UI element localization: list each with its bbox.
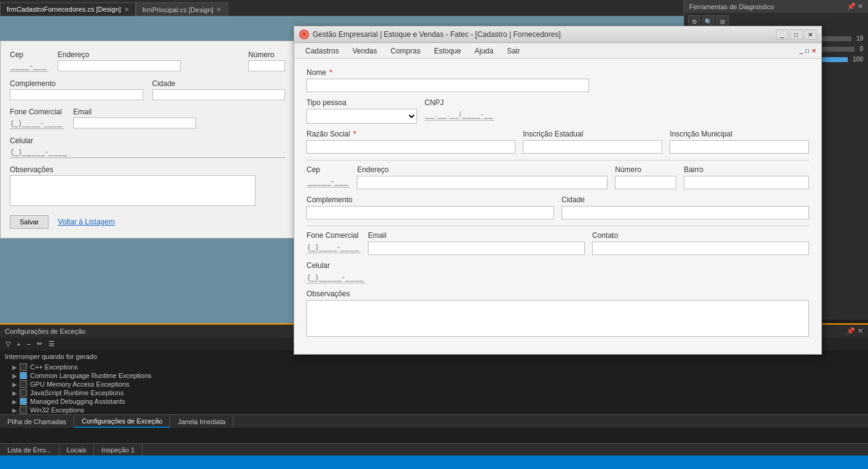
bg-obs-textarea[interactable] xyxy=(10,175,256,206)
exception-label-clr: Common Language Runtime Exceptions xyxy=(30,372,152,379)
inscricao-estadual-input[interactable] xyxy=(523,140,662,154)
metric-value-3: 100 xyxy=(853,56,863,63)
divider-1 xyxy=(307,160,809,160)
fone-label: Fone Comercial xyxy=(307,231,361,240)
tab-principal-label: frmPrincipal.cs [Design] xyxy=(143,6,214,14)
field-cep: Cep _____-___ xyxy=(307,165,350,189)
restore-button[interactable]: □ xyxy=(790,30,802,39)
exception-list: ▶ C++ Exceptions ▶ Common Language Runti… xyxy=(0,363,868,414)
email-input[interactable] xyxy=(368,242,585,255)
menu-ajuda[interactable]: Ajuda xyxy=(468,44,499,58)
exception-item-gpu[interactable]: ▶ GPU Memory Access Exceptions xyxy=(0,380,868,388)
celular-mask: (_)_____-____ xyxy=(307,272,366,283)
add-icon[interactable]: + xyxy=(15,340,22,349)
menu-estoque[interactable]: Estoque xyxy=(428,44,467,58)
obs-textarea[interactable] xyxy=(307,300,809,337)
cidade-input[interactable] xyxy=(561,206,809,219)
menu-vendas[interactable]: Vendas xyxy=(346,44,383,58)
bg-celular-mask: (_)_____-____ xyxy=(10,146,285,158)
bg-email-input[interactable] xyxy=(73,117,196,128)
close-button[interactable]: ✕ xyxy=(804,30,816,39)
checkbox-mda[interactable] xyxy=(20,398,27,405)
bg-numero-input[interactable] xyxy=(248,60,285,71)
expand-arrow-mda: ▶ xyxy=(12,398,17,405)
dialog-restore-icon[interactable]: □ xyxy=(805,47,809,54)
checkbox-gpu[interactable] xyxy=(20,380,27,388)
checkbox-cpp[interactable] xyxy=(20,363,27,371)
remove-icon[interactable]: − xyxy=(25,340,32,349)
bottom-pin-icon[interactable]: 📌 xyxy=(846,327,855,335)
nome-input[interactable] xyxy=(307,79,589,92)
bairro-input[interactable] xyxy=(684,176,809,189)
minimize-button[interactable]: _ xyxy=(776,30,788,39)
menu-cadastros[interactable]: Cadastros xyxy=(299,44,345,58)
edit-icon[interactable]: ✏ xyxy=(35,339,44,349)
checkbox-win32[interactable] xyxy=(20,406,27,414)
tab-immediate-window[interactable]: Janela Imediata xyxy=(170,416,233,427)
field-tipo-pessoa: Tipo pessoa Pessoa Física Pessoa Jurídic… xyxy=(307,98,417,124)
bg-save-button[interactable]: Salvar xyxy=(10,215,49,229)
inscricao-municipal-input[interactable] xyxy=(670,140,809,154)
tipo-select[interactable]: Pessoa Física Pessoa Jurídica xyxy=(307,109,417,124)
tab-inspecao[interactable]: Inspeção 1 xyxy=(94,444,143,455)
field-razao: Razão Social * xyxy=(307,130,515,154)
dialog-content: Nome * Tipo pessoa Pessoa Física Pessoa … xyxy=(294,59,821,354)
right-panel-pin-icon[interactable]: 📌 xyxy=(847,2,856,10)
nome-required: * xyxy=(329,68,332,77)
window-buttons: _ □ ✕ xyxy=(776,30,816,39)
filter-icon[interactable]: ▽ xyxy=(4,339,12,349)
tab-error-list[interactable]: Lista de Erro... xyxy=(0,444,60,455)
field-celular: Celular (_)_____-____ xyxy=(307,261,366,283)
cep-label: Cep xyxy=(307,165,350,174)
razao-input[interactable] xyxy=(307,140,515,154)
checkbox-js[interactable] xyxy=(20,389,27,396)
tab-fornecedores-close[interactable]: ✕ xyxy=(124,6,129,13)
field-email: Email xyxy=(368,231,585,255)
metric-value-1: 19 xyxy=(856,35,863,42)
tab-principal[interactable]: frmPrincipal.cs [Design] ✕ xyxy=(136,2,229,16)
exception-item-win32[interactable]: ▶ Win32 Exceptions xyxy=(0,406,868,414)
tab-principal-close[interactable]: ✕ xyxy=(216,6,221,13)
tab-exception-settings[interactable]: Configurações de Exceção xyxy=(74,416,170,428)
dialog-title: Gestão Empresarial | Estoque e Vendas - … xyxy=(313,30,772,39)
tab-call-stack[interactable]: Pilha de Chamadas xyxy=(0,416,74,427)
dialog-window: Gestão Empresarial | Estoque e Vendas - … xyxy=(294,26,822,355)
checkbox-clr[interactable] xyxy=(20,372,27,379)
endereco-input[interactable] xyxy=(357,176,608,189)
razao-label: Razão Social * xyxy=(307,130,515,138)
bg-cidade-input[interactable] xyxy=(152,89,286,100)
fone-mask: (_)____-____ xyxy=(307,242,361,253)
bg-endereco-input[interactable] xyxy=(58,60,181,71)
bg-numero-label: Número xyxy=(248,50,285,59)
right-panel-close-icon[interactable]: ✕ xyxy=(858,2,863,10)
bottom-close-icon[interactable]: ✕ xyxy=(858,327,863,335)
menu-compras[interactable]: Compras xyxy=(385,44,427,58)
dialog-close-icon[interactable]: ✕ xyxy=(811,47,816,54)
numero-input[interactable] xyxy=(615,176,676,189)
field-cnpj: CNPJ __.__.__/____-__ xyxy=(424,98,495,124)
bg-complemento-label: Complemento xyxy=(10,79,143,88)
exception-item-clr[interactable]: ▶ Common Language Runtime Exceptions xyxy=(0,371,868,380)
complemento-input[interactable] xyxy=(307,206,554,219)
contato-input[interactable] xyxy=(592,242,809,255)
exception-label-mda: Managed Debugging Assistants xyxy=(30,398,125,405)
bg-complemento-input[interactable] xyxy=(10,89,143,100)
exception-item-js[interactable]: ▶ JavaScript Runtime Exceptions xyxy=(0,388,868,397)
exception-item-mda[interactable]: ▶ Managed Debugging Assistants xyxy=(0,397,868,406)
celular-label: Celular xyxy=(307,261,366,270)
bg-cep-label: Cep xyxy=(10,50,49,59)
bg-back-link[interactable]: Voltar à Listagem xyxy=(58,218,115,226)
expand-arrow-cpp: ▶ xyxy=(12,364,17,371)
exception-label-win32: Win32 Exceptions xyxy=(30,406,84,414)
exception-item-cpp[interactable]: ▶ C++ Exceptions xyxy=(0,363,868,371)
columns-icon[interactable]: ☰ xyxy=(47,339,57,349)
bg-obs-label: Observações xyxy=(10,165,285,174)
bg-endereco-label: Endereço xyxy=(58,50,239,59)
dialog-titlebar: Gestão Empresarial | Estoque e Vendas - … xyxy=(294,26,821,43)
tab-fornecedores[interactable]: frmCadastroFornecedores.cs [Design] ✕ xyxy=(0,2,136,16)
dialog-minimize-icon[interactable]: _ xyxy=(799,47,803,54)
bg-fone-label: Fone Comercial xyxy=(10,108,64,116)
row-tipo-cnpj: Tipo pessoa Pessoa Física Pessoa Jurídic… xyxy=(307,98,809,124)
menu-sair[interactable]: Sair xyxy=(501,44,526,58)
tab-locais[interactable]: Locais xyxy=(60,444,95,455)
